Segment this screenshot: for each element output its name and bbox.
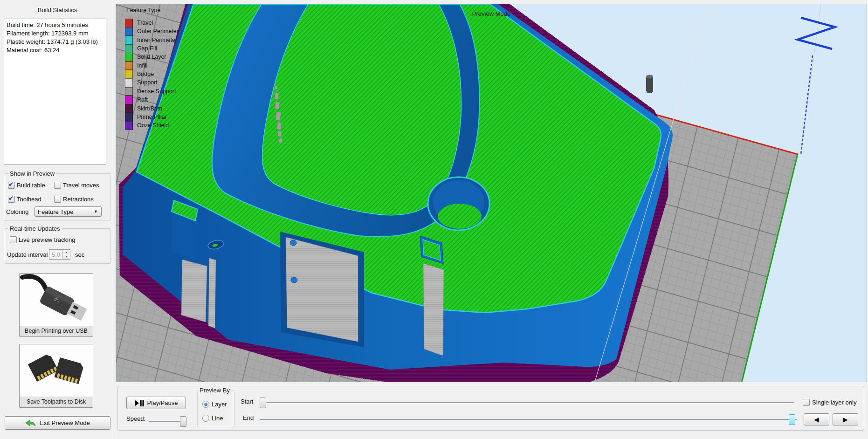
- realtime-updates-group: Real-time Updates Live preview tracking …: [4, 228, 111, 264]
- legend-item-label: Infill: [137, 62, 147, 69]
- line-radio[interactable]: [202, 415, 209, 422]
- legend-item-label: Travel: [137, 20, 153, 26]
- legend-swatch: [125, 121, 133, 130]
- legend-item-label: Prime Pillar: [137, 114, 167, 120]
- single-layer-checkbox[interactable]: [803, 399, 810, 406]
- start-slider-handle[interactable]: [260, 398, 266, 408]
- legend-swatch: [125, 96, 133, 104]
- play-pause-button[interactable]: Play/Pause: [126, 397, 186, 409]
- play-pause-label: Play/Pause: [147, 399, 178, 406]
- legend-item-label: Outer Perimeter: [137, 28, 179, 34]
- legend-item-label: Skirt/Brim: [137, 105, 162, 112]
- legend-item-label: Raft: [137, 96, 148, 103]
- build-statistics-box: Build time: 27 hours 5 minutes Filament …: [4, 19, 106, 165]
- legend-swatch: [125, 104, 133, 113]
- legend-swatch: [125, 36, 133, 45]
- coloring-dropdown-value: Feature Type: [38, 208, 73, 215]
- begin-printing-usb-button[interactable]: Begin Printing over USB: [19, 273, 93, 337]
- previous-layer-button[interactable]: ◀: [804, 413, 829, 425]
- legend-item-label: Dense Support: [137, 88, 176, 95]
- green-back-arrow-icon: [25, 419, 36, 427]
- left-arrow-icon: ◀: [814, 416, 819, 423]
- exit-preview-mode-label: Exit Preview Mode: [40, 419, 90, 426]
- update-interval-spinner[interactable]: 5.0 ▲▼: [49, 249, 70, 260]
- speed-label: Speed:: [126, 415, 145, 422]
- preview-by-group: Preview By Layer Line: [197, 390, 234, 427]
- legend-swatch: [125, 78, 133, 87]
- start-label: Start: [241, 398, 253, 405]
- legend-item-label: Bridge: [137, 71, 154, 77]
- stat-plastic-weight: Plastic weight: 1374.71 g (3.03 lb): [4, 38, 106, 46]
- end-slider-track[interactable]: [260, 419, 797, 420]
- recess-floor: [262, 4, 462, 215]
- update-interval-value: 5.0: [52, 251, 60, 258]
- panel-title: Build Statistics: [0, 7, 115, 14]
- update-interval-label: Update interval: [7, 251, 48, 258]
- usb-plug-icon: [20, 274, 93, 326]
- speed-slider-handle[interactable]: [180, 416, 186, 427]
- legend-title: Feature Type: [126, 7, 160, 14]
- play-pause-icon: [135, 400, 145, 406]
- legend-swatch: [125, 53, 133, 62]
- layer-radio[interactable]: [202, 401, 209, 408]
- preview-3d-viewport[interactable]: Preview Mode Feature Type TravelOuter Pe…: [116, 4, 867, 382]
- legend-item-label: Inner Perimeter: [137, 37, 177, 43]
- begin-printing-usb-label: Begin Printing over USB: [20, 326, 93, 336]
- preview-by-label: Preview By: [199, 387, 231, 394]
- exit-preview-mode-button[interactable]: Exit Preview Mode: [5, 416, 110, 430]
- spinner-arrows-icon[interactable]: ▲▼: [62, 250, 70, 259]
- circular-hole: [428, 177, 489, 230]
- next-layer-button[interactable]: ▶: [833, 413, 858, 425]
- end-label: End: [243, 414, 254, 421]
- preview-mode-label: Preview Mode: [116, 10, 867, 17]
- coloring-dropdown[interactable]: Feature Type ▼: [34, 206, 102, 217]
- toolhead-checkbox[interactable]: [8, 196, 15, 203]
- legend-swatch: [125, 44, 133, 53]
- line-radio-label: Line: [212, 415, 223, 422]
- legend-swatch: [125, 87, 133, 96]
- retractions-checkbox[interactable]: [54, 196, 61, 203]
- travel-moves-label: Travel moves: [63, 182, 99, 189]
- stat-material-cost: Material cost: 63.24: [4, 46, 106, 55]
- save-toolpaths-label: Save Toolpaths to Disk: [20, 397, 93, 407]
- legend-item-label: Solid Layer: [137, 54, 166, 60]
- toolhead-label: Toolhead: [17, 196, 41, 203]
- coloring-label: Coloring: [6, 208, 28, 215]
- toolhead-pin: [646, 75, 653, 94]
- legend-item-label: Support: [137, 79, 158, 86]
- show-in-preview-label: Show in Preview: [8, 170, 56, 177]
- legend-item-label: Ooze Shield: [137, 122, 169, 129]
- show-in-preview-group: Show in Preview Build table Travel moves…: [4, 173, 111, 221]
- live-preview-tracking-label: Live preview tracking: [19, 236, 75, 243]
- stat-filament-length: Filament length: 172393.9 mm: [4, 29, 106, 38]
- start-slider-track[interactable]: [260, 402, 794, 403]
- right-arrow-icon: ▶: [843, 416, 848, 423]
- toolpath-3d-scene: [116, 4, 867, 382]
- sd-cards-icon: [20, 344, 93, 397]
- layer-radio-label: Layer: [212, 401, 227, 408]
- legend-swatch: [125, 113, 133, 122]
- realtime-updates-label: Real-time Updates: [8, 225, 62, 232]
- build-table-label: Build table: [17, 182, 45, 189]
- legend-swatch: [125, 62, 133, 70]
- legend-swatch: [125, 70, 133, 79]
- single-layer-label: Single layer only: [812, 399, 856, 406]
- live-preview-tracking-checkbox[interactable]: [10, 236, 17, 243]
- build-table-checkbox[interactable]: [8, 182, 15, 189]
- retractions-label: Retractions: [63, 196, 94, 203]
- left-panel: Build Statistics Build time: 27 hours 5 …: [0, 0, 115, 439]
- stat-build-time: Build time: 27 hours 5 minutes: [4, 21, 106, 29]
- legend-swatch: [125, 27, 133, 36]
- save-toolpaths-button[interactable]: Save Toolpaths to Disk: [19, 344, 93, 408]
- legend-item-label: Gap Fill: [137, 45, 157, 52]
- chevron-down-icon: ▼: [94, 209, 98, 214]
- travel-moves-checkbox[interactable]: [54, 182, 61, 189]
- preview-toolbar: Play/Pause Speed: Preview By Layer Line …: [117, 386, 864, 431]
- end-slider-handle[interactable]: [789, 414, 795, 425]
- update-interval-unit: sec: [75, 251, 84, 258]
- legend-swatch: [125, 19, 133, 27]
